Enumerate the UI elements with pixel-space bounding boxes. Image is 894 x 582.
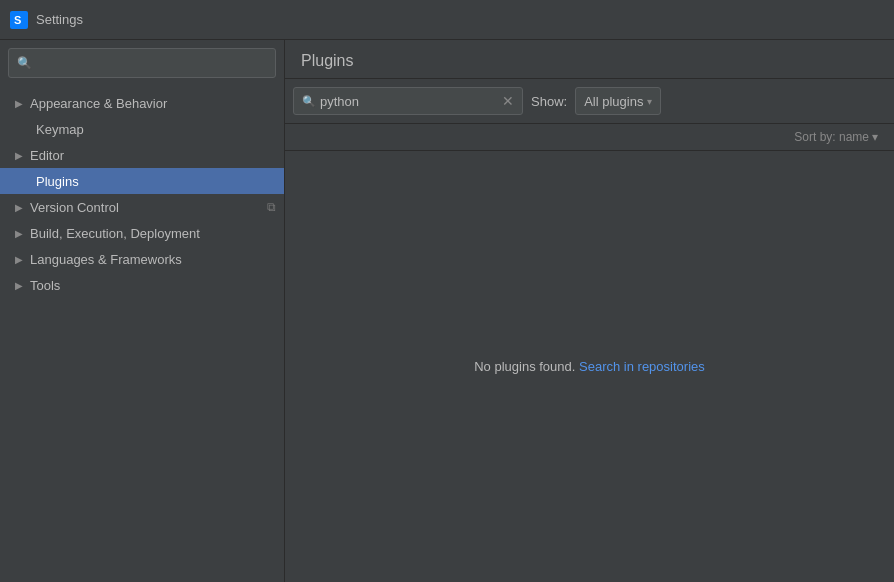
- sidebar-item-label: Tools: [30, 278, 276, 293]
- sidebar-item-version-control[interactable]: ▶ Version Control ⧉: [0, 194, 284, 220]
- plugins-content-area: No plugins found. Search in repositories: [285, 151, 894, 582]
- sidebar-search-icon: 🔍: [17, 56, 32, 70]
- arrow-icon: ▶: [12, 278, 26, 292]
- show-dropdown[interactable]: All plugins ▾: [575, 87, 661, 115]
- sidebar-item-label: Build, Execution, Deployment: [30, 226, 276, 241]
- sidebar-search-box[interactable]: 🔍: [8, 48, 276, 78]
- svg-text:S: S: [14, 14, 21, 26]
- plugin-search-icon: 🔍: [302, 95, 316, 108]
- sort-arrow-icon: ▾: [872, 130, 878, 144]
- sidebar-item-tools[interactable]: ▶ Tools: [0, 272, 284, 298]
- plugin-search-clear-icon[interactable]: ✕: [502, 94, 514, 108]
- content-header: Plugins: [285, 40, 894, 79]
- window-title: Settings: [36, 12, 83, 27]
- show-dropdown-value: All plugins: [584, 94, 643, 109]
- sidebar-item-languages-frameworks[interactable]: ▶ Languages & Frameworks: [0, 246, 284, 272]
- sort-by-label: Sort by: name: [794, 130, 869, 144]
- sidebar-item-label: Plugins: [36, 174, 276, 189]
- sidebar-item-label: Editor: [30, 148, 276, 163]
- sidebar-item-label: Keymap: [36, 122, 276, 137]
- sidebar-item-keymap[interactable]: Keymap: [0, 116, 284, 142]
- sidebar: 🔍 ▶ Appearance & Behavior Keymap ▶ Edito…: [0, 40, 285, 582]
- sidebar-item-label: Appearance & Behavior: [30, 96, 276, 111]
- sidebar-search-input[interactable]: [37, 56, 267, 71]
- app-icon: S: [10, 11, 28, 29]
- arrow-icon: ▶: [12, 252, 26, 266]
- search-repositories-link[interactable]: Search in repositories: [579, 359, 705, 374]
- page-title: Plugins: [301, 52, 878, 70]
- sidebar-item-editor[interactable]: ▶ Editor: [0, 142, 284, 168]
- sort-by-button[interactable]: Sort by: name ▾: [794, 130, 878, 144]
- main-container: 🔍 ▶ Appearance & Behavior Keymap ▶ Edito…: [0, 40, 894, 582]
- sidebar-item-label: Version Control: [30, 200, 263, 215]
- copy-icon: ⧉: [267, 200, 276, 214]
- arrow-icon: ▶: [12, 148, 26, 162]
- content-area: Plugins 🔍 ✕ Show: All plugins ▾ Sort by:…: [285, 40, 894, 582]
- plugins-toolbar: 🔍 ✕ Show: All plugins ▾: [285, 79, 894, 124]
- show-label: Show:: [531, 94, 567, 109]
- arrow-icon: ▶: [12, 96, 26, 110]
- arrow-icon: ▶: [12, 226, 26, 240]
- sidebar-item-plugins[interactable]: Plugins: [0, 168, 284, 194]
- sidebar-item-label: Languages & Frameworks: [30, 252, 276, 267]
- no-plugins-text: No plugins found.: [474, 359, 575, 374]
- no-plugins-message: No plugins found. Search in repositories: [474, 359, 705, 374]
- sidebar-item-appearance-behavior[interactable]: ▶ Appearance & Behavior: [0, 90, 284, 116]
- plugin-search-box[interactable]: 🔍 ✕: [293, 87, 523, 115]
- plugin-search-input[interactable]: [320, 94, 502, 109]
- sort-bar: Sort by: name ▾: [285, 124, 894, 151]
- nav-list: ▶ Appearance & Behavior Keymap ▶ Editor …: [0, 86, 284, 582]
- title-bar: S Settings: [0, 0, 894, 40]
- chevron-down-icon: ▾: [647, 96, 652, 107]
- sidebar-item-build-execution[interactable]: ▶ Build, Execution, Deployment: [0, 220, 284, 246]
- arrow-icon: ▶: [12, 200, 26, 214]
